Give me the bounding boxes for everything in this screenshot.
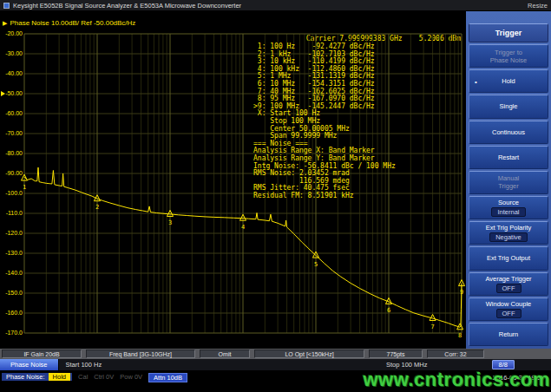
svg-text:4: 4 — [241, 224, 245, 231]
status-cell-if-gain-20db: IF Gain 20dB — [2, 350, 82, 358]
phase-noise-plot-area: ▶ Phase Noise 10.00dB/ Ref -50.00dBc/Hz … — [0, 11, 466, 349]
softkey-source[interactable]: SourceInternal — [469, 196, 548, 219]
plot-scale-label: Phase Noise 10.00dB/ Ref -50.00dBc/Hz — [10, 19, 135, 27]
softkey-continuous[interactable]: Continuous — [469, 121, 548, 144]
softkey-value: OFF — [496, 284, 521, 293]
ctrl-voltage-indicator: Ctrl 0V — [94, 373, 114, 381]
softkey-average-trigger[interactable]: Average TriggerOFF — [469, 272, 548, 296]
plot-grid[interactable]: 123456789 — [24, 34, 462, 333]
softkey-window-couple[interactable]: Window CoupleOFF — [469, 297, 548, 321]
y-axis-label: -160.0 — [0, 310, 23, 317]
svg-text:6: 6 — [387, 307, 390, 314]
softkey-label: Restart — [498, 154, 519, 161]
y-axis-label: -90.00 — [0, 170, 23, 177]
svg-text:1: 1 — [23, 184, 26, 191]
y-axis-label: -110.0 — [0, 210, 23, 217]
status-cell-freq-band-3g-10ghz: Freq Band [3G-10GHz] — [86, 350, 195, 358]
measurement-status-box: Phase Noise: Hold — [2, 373, 72, 381]
window-title: Keysight E5052B Signal Source Analyzer &… — [13, 2, 241, 10]
tab-phase-noise[interactable]: Phase Noise — [0, 359, 59, 370]
stop-frequency-label: Stop 100 MHz — [386, 361, 428, 369]
cal-indicator: Cal — [78, 373, 88, 381]
y-axis-label: -70.00 — [0, 130, 23, 137]
resize-button[interactable]: Resize — [528, 2, 548, 10]
y-axis-label: -120.0 — [0, 230, 23, 237]
softkey-label: Window Couple — [486, 300, 532, 308]
attenuator-indicator: Attn 10dB — [148, 373, 187, 382]
softkey-ext-trig-output[interactable]: Ext Trig Output — [469, 246, 548, 270]
svg-text:9: 9 — [460, 289, 463, 296]
y-axis-label: -20.00 — [0, 30, 23, 37]
phase-noise-trace: 123456789 — [24, 34, 462, 333]
softkey-trigger-to-phase-noise[interactable]: Trigger to Phase Noise — [469, 44, 548, 68]
selected-bullet-icon: • — [475, 77, 477, 85]
softkey-label: Continuous — [492, 128, 525, 136]
svg-text:7: 7 — [430, 323, 434, 330]
softkey-label: Single — [500, 102, 518, 110]
hold-status-badge: Hold — [49, 373, 70, 381]
status-cell-775pts: 775pts — [369, 350, 423, 358]
plot-header: ▶ Phase Noise 10.00dB/ Ref -50.00dBc/Hz — [3, 19, 135, 27]
softkey-label: Ext Trig Output — [487, 254, 530, 262]
softkey-sidebar: Trigger Trigger to Phase Noise•HoldSingl… — [466, 11, 551, 349]
y-axis-label: -40.00 — [0, 70, 23, 77]
softkey-manual-trigger[interactable]: Manual Trigger — [469, 171, 548, 194]
softkey-ext-trig-polarity[interactable]: Ext Trig PolarityNegative — [469, 221, 548, 245]
instrument-screen: Keysight E5052B Signal Source Analyzer &… — [0, 0, 551, 392]
softkey-label: Return — [499, 330, 519, 338]
softkey-menu-title: Trigger — [469, 23, 548, 42]
hardware-status-bar: IF Gain 20dBFreq Band [3G-10GHz]OmitLO O… — [0, 349, 551, 359]
y-axis-label: -140.0 — [0, 270, 23, 277]
y-axis-label: -170.0 — [0, 330, 23, 336]
softkey-restart[interactable]: Restart — [469, 146, 548, 169]
softkey-label: Hold — [502, 77, 515, 85]
power-voltage-indicator: Pow 0V — [120, 373, 142, 381]
softkey-button-column: Trigger to Phase Noise•HoldSingleContinu… — [469, 44, 548, 346]
svg-text:5: 5 — [314, 261, 318, 268]
svg-text:3: 3 — [168, 219, 172, 226]
softkey-value: OFF — [496, 309, 521, 318]
trace-active-icon: ▶ — [3, 20, 7, 27]
softkey-value: Negative — [489, 232, 528, 242]
y-axis-label: -100.0 — [0, 190, 23, 197]
svg-text:8: 8 — [458, 332, 462, 339]
status-cell-omit: Omit — [200, 350, 250, 358]
marker-readout-block: 1: 100 Hz -92.4277 dBc/Hz 2: 1 kHz -102.… — [253, 43, 396, 199]
ref-level-arrow-icon — [1, 91, 5, 96]
y-axis-label: -150.0 — [0, 290, 23, 297]
softkey-value: Internal — [491, 207, 525, 217]
softkey-label: Trigger to Phase Noise — [490, 49, 528, 64]
app-icon — [3, 3, 10, 9]
status-cell-lo-opt-150khz: LO Opt [<150kHz] — [254, 350, 364, 358]
svg-text:2: 2 — [95, 204, 99, 211]
softkey-return[interactable]: Return — [469, 323, 548, 346]
status-cell-corr-32: Corr: 32 — [427, 350, 484, 358]
softkey-single[interactable]: Single — [469, 95, 548, 118]
title-bar: Keysight E5052B Signal Source Analyzer &… — [0, 0, 551, 11]
softkey-hold[interactable]: •Hold — [469, 69, 548, 93]
y-axis-label: -80.00 — [0, 150, 23, 157]
marker-readout-line: Residual FM: 8.51901 kHz — [253, 193, 396, 200]
watermark: www.cntronics.com — [363, 369, 550, 391]
softkey-label: Ext Trig Polarity — [486, 224, 532, 232]
start-frequency-label: Start 100 Hz — [66, 361, 102, 369]
softkey-label: Average Trigger — [485, 275, 531, 283]
y-axis-label: -30.00 — [0, 50, 23, 57]
softkey-label: Source — [498, 199, 519, 206]
y-axis-label: -60.00 — [0, 110, 23, 117]
measurement-name: Phase Noise: — [6, 373, 45, 381]
softkey-label: Manual Trigger — [498, 174, 520, 190]
y-axis-label: -130.0 — [0, 250, 23, 257]
